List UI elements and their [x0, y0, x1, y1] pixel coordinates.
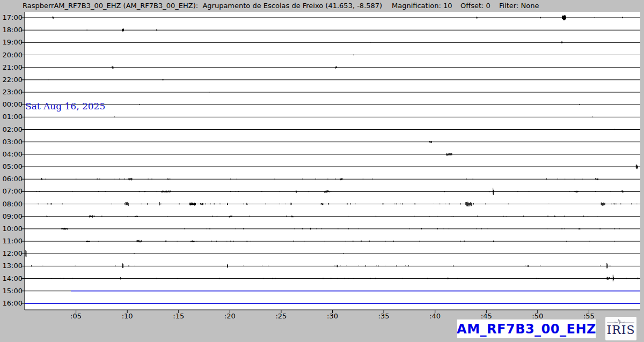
helicorder-window: RaspberrAM_RF7B3_00_EHZ (AM_RF7B3_00_EHZ…: [0, 0, 644, 342]
hour-label-0300: 03:00: [0, 138, 23, 146]
hour-label-0500: 05:00: [0, 162, 23, 171]
station-code-label: AM_RF7B3_00_EHZ: [457, 322, 596, 337]
minute-label-50: :50: [527, 312, 548, 320]
hour-label-1700: 17:00: [0, 13, 23, 22]
iris-logo-text: IRIS: [605, 323, 636, 337]
filter-value: Filter: None: [499, 2, 539, 10]
hour-label-0100: 01:00: [0, 113, 23, 121]
hour-label-0600: 06:00: [0, 175, 23, 183]
minute-label-55: :55: [578, 312, 599, 320]
minute-label-25: :25: [270, 312, 292, 320]
hour-label-2100: 21:00: [0, 63, 23, 72]
minute-label-40: :40: [425, 312, 446, 320]
hour-label-0200: 02:00: [0, 125, 23, 134]
hour-label-2000: 20:00: [0, 51, 23, 60]
minute-label-15: :15: [168, 312, 189, 320]
hour-label-1600: 16:00: [0, 299, 23, 308]
hour-label-1000: 10:00: [0, 225, 23, 233]
minute-label-45: :45: [475, 312, 497, 320]
hour-label-1100: 11:00: [0, 237, 23, 246]
minute-label-20: :20: [219, 312, 240, 320]
hour-label-1900: 19:00: [0, 38, 23, 47]
hour-label-1500: 15:00: [0, 287, 23, 295]
date-label: Sat Aug 16, 2025: [25, 101, 105, 111]
station-label-box: AM_RF7B3_00_EHZ: [457, 319, 596, 338]
iris-logo: IRIS: [605, 317, 636, 340]
hour-label-0800: 08:00: [0, 200, 23, 209]
hour-label-1300: 13:00: [0, 262, 23, 270]
title-bar: RaspberrAM_RF7B3_00_EHZ (AM_RF7B3_00_EHZ…: [0, 0, 644, 12]
hour-label-1800: 18:00: [0, 26, 23, 34]
hour-label-1400: 14:00: [0, 274, 23, 283]
hour-label-2300: 23:00: [0, 88, 23, 96]
helicorder-plot-area[interactable]: [25, 12, 640, 310]
minute-label-30: :30: [322, 312, 343, 320]
hour-label-0700: 07:00: [0, 187, 23, 196]
minute-label-10: :10: [116, 312, 138, 320]
hour-label-2200: 22:00: [0, 76, 23, 84]
hour-label-0900: 09:00: [0, 212, 23, 221]
magnification-value: Magnification: 10: [392, 2, 452, 10]
minute-label-5: :05: [65, 312, 87, 320]
hour-label-0400: 04:00: [0, 150, 23, 159]
minute-label-35: :35: [373, 312, 394, 320]
title-station-text: RaspberrAM_RF7B3_00_EHZ (AM_RF7B3_00_EHZ…: [23, 2, 382, 10]
hour-label-1200: 12:00: [0, 249, 23, 258]
hour-label-0000: 00:00: [0, 100, 23, 109]
offset-value: Offset: 0: [460, 2, 491, 10]
